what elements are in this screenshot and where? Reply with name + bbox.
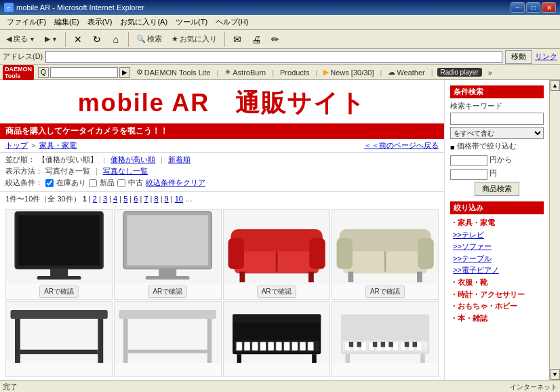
main-content-wrapper: mobile AR 通販サイト 商品を購入してケータイカメラを覗こう！！ トップ… xyxy=(0,80,560,380)
go-button[interactable]: 移動 xyxy=(505,50,532,64)
menu-favorites[interactable]: お気に入り(A) xyxy=(116,16,172,28)
sort-sep-1: ｜ xyxy=(100,155,108,165)
back-button[interactable]: ◀ 戻る ▼ xyxy=(3,32,39,46)
astroburn-link[interactable]: ☀ AstroBurn xyxy=(222,67,268,77)
category-furniture-link[interactable]: ・家具・家電 xyxy=(450,217,544,229)
right-sidebar: 条件検索 検索キーワード をすべて含む のいずれかを含む ■ 価格帯で絞り込む … xyxy=(444,80,549,380)
product-img-7[interactable] xyxy=(224,302,329,363)
search-button[interactable]: 🔍 検索 xyxy=(133,32,165,46)
favorites-button[interactable]: ★ お気に入り xyxy=(168,32,220,46)
product-img-5[interactable] xyxy=(6,302,112,363)
price-filter-checkbox: ■ xyxy=(450,143,455,151)
menu-edit[interactable]: 編集(E) xyxy=(50,16,83,28)
category-table-link[interactable]: >>テーブル xyxy=(450,253,544,265)
breadcrumb-top-link[interactable]: トップ xyxy=(5,141,28,149)
category-clothes-link[interactable]: ・衣服・靴 xyxy=(450,277,544,289)
svg-rect-22 xyxy=(11,310,108,319)
category-piano-link[interactable]: >>電子ピアノ xyxy=(450,264,544,277)
page-2[interactable]: 2 xyxy=(93,195,97,203)
svg-rect-38 xyxy=(283,342,289,351)
news-link[interactable]: ▶ News [30/30] xyxy=(321,67,376,77)
page-7[interactable]: 7 xyxy=(144,195,148,203)
category-toys-link[interactable]: ・おもちゃ・ホビー xyxy=(450,300,544,313)
breadcrumb-nav: トップ ＞ 家具・家電 ＜＜前のページへ戻る xyxy=(0,139,444,153)
menu-tools[interactable]: ツール(T) xyxy=(172,16,212,28)
search-go-button[interactable]: ▶ xyxy=(119,67,130,78)
ar-confirm-btn-2[interactable]: ARで確認 xyxy=(148,286,187,298)
product-img-6[interactable] xyxy=(115,302,220,363)
price-from-input[interactable] xyxy=(450,155,487,166)
display-no-photo-link[interactable]: 写真なし一覧 xyxy=(103,166,148,176)
product-img-3[interactable] xyxy=(224,210,329,284)
home-button[interactable]: ⌂ xyxy=(108,32,124,47)
stop-button[interactable]: ✕ xyxy=(70,32,86,47)
page-10[interactable]: 10 xyxy=(175,195,183,203)
edit-button[interactable]: ✏ xyxy=(267,32,283,47)
weather-link[interactable]: ☁ Weather xyxy=(386,67,426,77)
address-input[interactable] xyxy=(45,51,502,63)
more-button[interactable]: » xyxy=(486,68,494,77)
product-img-1[interactable] xyxy=(6,210,112,284)
links-label[interactable]: リンク xyxy=(535,52,557,62)
search-submit-button[interactable]: 商品検索 xyxy=(475,182,519,196)
address-bar: アドレス(D) 移動 リンク xyxy=(0,49,560,65)
menu-help[interactable]: ヘルプ(H) xyxy=(212,16,252,28)
product-img-4[interactable] xyxy=(332,210,438,284)
forward-button[interactable]: ▶ ▼ xyxy=(41,33,61,45)
price-filter-label-row: ■ 価格帯で絞り込む xyxy=(450,141,544,153)
used-checkbox[interactable] xyxy=(117,179,125,187)
search-condition-select[interactable]: をすべて含む のいずれかを含む xyxy=(450,127,544,139)
quick-search-input[interactable] xyxy=(50,67,118,78)
ar-confirm-btn-3[interactable]: ARで確認 xyxy=(257,286,296,298)
menu-view[interactable]: 表示(V) xyxy=(83,16,117,28)
breadcrumb-category-link[interactable]: 家具・家電 xyxy=(39,141,77,149)
scroll-down-button[interactable]: ▼ xyxy=(551,369,560,380)
scroll-up-button[interactable]: ▲ xyxy=(551,80,560,91)
back-to-prev-link[interactable]: ＜＜前のページへ戻る xyxy=(364,141,439,149)
product-img-2[interactable] xyxy=(115,210,220,284)
category-books-link[interactable]: ・本・雑誌 xyxy=(450,313,544,325)
new-checkbox[interactable] xyxy=(89,179,97,187)
tv-white-svg xyxy=(115,210,220,284)
table-dark-svg xyxy=(6,302,112,363)
radio-player-button[interactable]: Radio player xyxy=(437,68,482,77)
close-button[interactable]: ✕ xyxy=(542,2,556,13)
star-icon: ★ xyxy=(172,35,178,43)
status-bar: 完了 インターネット xyxy=(0,380,560,392)
page-3[interactable]: 3 xyxy=(103,195,107,203)
product-item-5 xyxy=(5,301,113,377)
page-8[interactable]: 8 xyxy=(154,195,158,203)
scrollbar[interactable]: ▲ ▼ xyxy=(549,80,560,380)
mail-button[interactable]: ✉ xyxy=(229,32,245,47)
piano-black-svg xyxy=(224,302,329,363)
page-4[interactable]: 4 xyxy=(113,195,117,203)
price-filter-label: 価格帯で絞り込む xyxy=(457,141,517,151)
price-to-input[interactable] xyxy=(450,169,487,180)
sort-price-high-link[interactable]: 価格が高い順 xyxy=(111,155,155,165)
product-item-7 xyxy=(223,301,330,377)
search-icon: 🔍 xyxy=(136,35,146,43)
refresh-button[interactable]: ↻ xyxy=(89,32,105,47)
ar-confirm-btn-4[interactable]: ARで確認 xyxy=(365,286,405,298)
page-9[interactable]: 9 xyxy=(165,195,169,203)
daemon-tools-link[interactable]: ⚙ DAEMON Tools Lite xyxy=(134,67,213,77)
svg-rect-33 xyxy=(243,342,249,351)
maximize-button[interactable]: □ xyxy=(526,2,540,13)
menu-file[interactable]: ファイル(F) xyxy=(3,16,50,28)
page-6[interactable]: 6 xyxy=(134,195,138,203)
print-button[interactable]: 🖨 xyxy=(248,32,264,47)
ar-confirm-btn-1[interactable]: ARで確認 xyxy=(39,286,79,298)
product-img-8[interactable] xyxy=(332,302,438,363)
category-sofa-link[interactable]: >>ソファー xyxy=(450,241,544,253)
clear-filter-link[interactable]: 絞込条件をクリア xyxy=(146,178,205,188)
page-5[interactable]: 5 xyxy=(123,195,127,203)
category-watch-link[interactable]: ・時計・アクセサリー xyxy=(450,289,544,301)
instock-checkbox[interactable] xyxy=(45,179,54,187)
search-q-button[interactable]: Q xyxy=(38,67,49,78)
sort-new-link[interactable]: 新着順 xyxy=(168,155,191,165)
minimize-button[interactable]: − xyxy=(511,2,525,13)
category-tv-link[interactable]: >>テレビ xyxy=(450,229,544,241)
svg-rect-27 xyxy=(123,319,128,363)
keyword-input[interactable] xyxy=(450,113,544,125)
products-link[interactable]: Products xyxy=(278,68,311,77)
